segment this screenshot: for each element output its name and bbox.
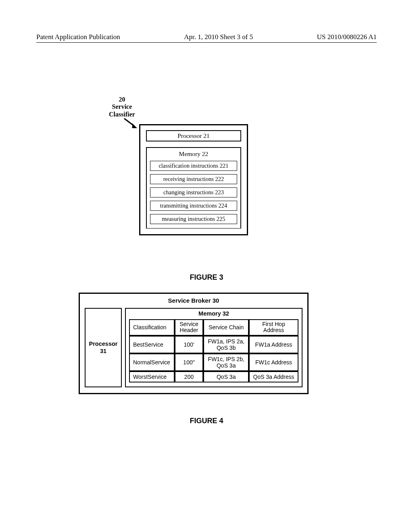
fig3-classifier-label: 20 Service Classifier (109, 96, 135, 118)
fig4-title: Service Broker 30 (85, 297, 302, 304)
fig4-processor-label: Processor 31 (86, 341, 121, 355)
header-center: Apr. 1, 2010 Sheet 3 of 5 (184, 33, 253, 41)
fig4-service-broker-box: Service Broker 30 Processor 31 Memory 32… (79, 293, 309, 394)
cell-header: 100' (175, 336, 204, 353)
fig3-label-num: 20 (109, 96, 135, 103)
fig3-label-classifier: Classifier (109, 111, 135, 118)
cell-header: 200 (175, 371, 204, 382)
cell-header: 100" (175, 353, 204, 371)
table-row: BestService 100' FW1a, IPS 2a, QoS 3b FW… (129, 336, 298, 353)
table-header-row: Classification Service Header Service Ch… (129, 319, 298, 336)
header-right: US 2010/0080226 A1 (317, 33, 377, 41)
fig3-instruction-item: changing instructions 223 (150, 187, 237, 197)
fig3-instruction-item: transmitting instructions 224 (150, 201, 237, 211)
cell-classification: NormalService (129, 353, 175, 371)
cell-firsthop: FW1c Address (249, 353, 298, 371)
page-header: Patent Application Publication Apr. 1, 2… (36, 33, 377, 43)
svg-marker-2 (132, 123, 137, 128)
fig3-memory-box: Memory 22 classification instructions 22… (146, 147, 241, 229)
col-first-hop: First Hop Address (249, 319, 298, 336)
fig3-service-classifier-box: Processor 21 Memory 22 classification in… (139, 124, 248, 235)
fig4-memory-title: Memory 32 (129, 310, 298, 317)
cell-classification: BestService (129, 336, 175, 353)
fig3-caption: FIGURE 3 (0, 273, 413, 282)
table-row: NormalService 100" FW1c, IPS 2b, QoS 3a … (129, 353, 298, 371)
cell-chain: QoS 3a (203, 371, 249, 382)
cell-firsthop: FW1a Address (249, 336, 298, 353)
fig4-processor-box: Processor 31 (85, 308, 122, 387)
cell-firsthop: QoS 3a Address (249, 371, 298, 382)
cell-chain: FW1a, IPS 2a, QoS 3b (203, 336, 249, 353)
fig3-instruction-item: classification instructions 221 (150, 161, 237, 171)
fig4-body: Processor 31 Memory 32 Classification Se… (85, 308, 302, 387)
fig4-memory-box: Memory 32 Classification Service Header … (125, 308, 302, 387)
col-classification: Classification (129, 319, 175, 336)
fig4-caption: FIGURE 4 (0, 417, 413, 425)
fig3-instruction-item: measuring instructions 225 (150, 214, 237, 224)
header-left: Patent Application Publication (36, 33, 120, 41)
arrow-icon (123, 118, 140, 130)
fig3-processor-box: Processor 21 (146, 130, 241, 141)
fig3-processor-label: Processor 21 (177, 132, 210, 139)
fig3-label-service: Service (109, 103, 135, 110)
fig3-memory-title: Memory 22 (150, 150, 237, 158)
cell-classification: WorstService (129, 371, 175, 382)
table-row: WorstService 200 QoS 3a QoS 3a Address (129, 371, 298, 382)
col-service-chain: Service Chain (203, 319, 249, 336)
fig3-instruction-item: receiving instructions 222 (150, 174, 237, 184)
fig4-table: Classification Service Header Service Ch… (129, 319, 298, 382)
cell-chain: FW1c, IPS 2b, QoS 3a (203, 353, 249, 371)
col-service-header: Service Header (175, 319, 204, 336)
